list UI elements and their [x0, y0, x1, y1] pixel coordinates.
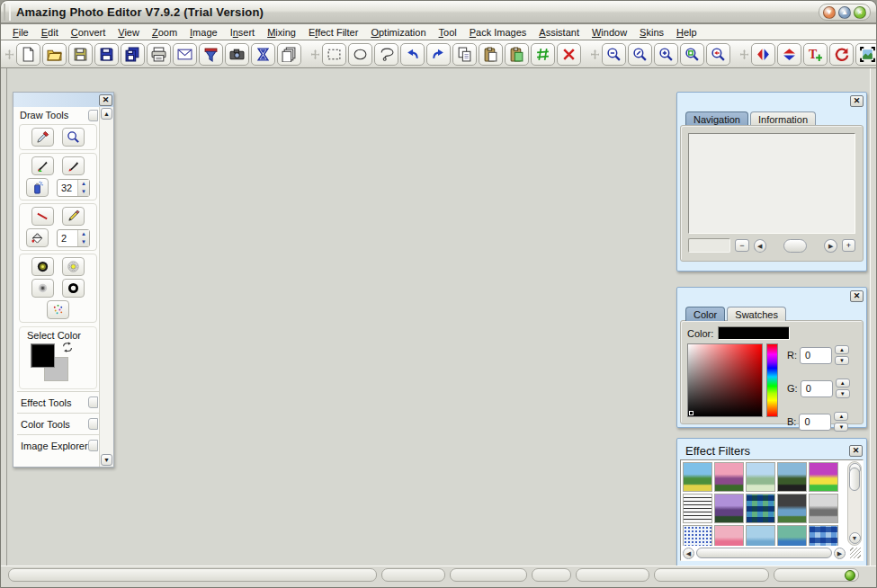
- zoom-out-button[interactable]: [602, 43, 626, 66]
- rotate-button[interactable]: [829, 43, 854, 66]
- pencil-tool-button[interactable]: [62, 207, 85, 226]
- delete-selection-button[interactable]: [557, 43, 581, 66]
- menu-insert[interactable]: Insert: [224, 26, 262, 39]
- copy-button[interactable]: [452, 43, 477, 66]
- zoom-slider-thumb[interactable]: [783, 239, 808, 253]
- filters-vertical-scrollbar[interactable]: ▲ ▼: [847, 461, 862, 546]
- spinner-value[interactable]: 32: [58, 183, 77, 193]
- glow-circle-tool-button[interactable]: [62, 257, 85, 276]
- scatter-tool-button[interactable]: [47, 300, 69, 319]
- canvas-workspace[interactable]: ✕ Draw Tools 32▲▼2▲▼ Select Color: [6, 68, 871, 566]
- zoom-actual-button[interactable]: [628, 43, 652, 66]
- scroll-down-icon[interactable]: ▼: [849, 532, 861, 544]
- batch-convert-button[interactable]: [251, 43, 275, 66]
- spin-up-icon[interactable]: ▲: [836, 379, 850, 388]
- zoom-in-button[interactable]: [654, 43, 678, 66]
- maximize-button[interactable]: ▲: [838, 6, 851, 19]
- new-document-button[interactable]: [16, 43, 40, 66]
- section-expand-button[interactable]: [88, 396, 98, 408]
- menu-assistant[interactable]: Assistant: [532, 26, 586, 39]
- swap-colors-icon[interactable]: [61, 342, 74, 354]
- close-icon[interactable]: ✕: [850, 95, 864, 107]
- pan-left-button[interactable]: ◀: [754, 239, 766, 253]
- scroll-down-icon[interactable]: ▼: [101, 454, 112, 466]
- filter-thumbnail[interactable]: [777, 494, 807, 523]
- spin-up-icon[interactable]: ▲: [78, 180, 89, 188]
- scroll-right-icon[interactable]: ▶: [834, 548, 846, 559]
- close-icon[interactable]: ✕: [99, 94, 112, 106]
- close-button[interactable]: ×: [854, 6, 866, 19]
- menu-optimization[interactable]: Optimization: [364, 26, 432, 39]
- spinner-value[interactable]: 2: [58, 233, 77, 244]
- channel-value-field[interactable]: 0: [801, 380, 833, 397]
- menu-view[interactable]: View: [112, 26, 146, 39]
- toolbar-drag-handle[interactable]: [590, 47, 599, 61]
- filter-thumbnail[interactable]: [714, 494, 744, 523]
- spin-up-icon[interactable]: ▲: [78, 230, 89, 238]
- spray-size-spinner[interactable]: 32▲▼: [57, 179, 90, 197]
- scroll-thumb[interactable]: [696, 548, 832, 558]
- duplicate-button[interactable]: [277, 43, 301, 66]
- save-as-button[interactable]: [94, 43, 119, 66]
- menu-file[interactable]: File: [6, 26, 35, 39]
- draw-tools-titlebar[interactable]: ✕: [13, 93, 113, 107]
- menu-effect-filter[interactable]: Effect Filter: [302, 26, 364, 39]
- menu-help[interactable]: Help: [670, 26, 703, 39]
- section-expand-button[interactable]: [88, 418, 98, 430]
- foreground-color-swatch[interactable]: [31, 343, 55, 368]
- line-width-spinner[interactable]: 2▲▼: [57, 229, 90, 247]
- crop-button[interactable]: [855, 43, 877, 66]
- line-tool-button[interactable]: [31, 207, 54, 226]
- spin-down-icon[interactable]: ▼: [836, 389, 850, 398]
- tab-navigation[interactable]: Navigation: [685, 111, 748, 126]
- menu-convert[interactable]: Convert: [65, 26, 112, 39]
- zoom-previous-button[interactable]: [706, 43, 730, 66]
- filter-thumbnail[interactable]: [777, 525, 807, 546]
- filter-thumbnail[interactable]: [683, 494, 712, 523]
- menu-window[interactable]: Window: [586, 26, 633, 39]
- filters-horizontal-scrollbar[interactable]: ◀ ▶: [682, 547, 846, 559]
- soft-brush-tool-button[interactable]: [31, 279, 54, 298]
- sidebar-section-effect-tools[interactable]: Effect Tools: [17, 391, 99, 413]
- close-icon[interactable]: ✕: [849, 445, 863, 457]
- undo-button[interactable]: [400, 43, 425, 66]
- send-mail-button[interactable]: [173, 43, 197, 66]
- redo-button[interactable]: [426, 43, 451, 66]
- menu-edit[interactable]: Edit: [35, 26, 65, 39]
- add-text-button[interactable]: T: [803, 43, 828, 66]
- spin-down-icon[interactable]: ▼: [78, 238, 89, 246]
- save-button[interactable]: [68, 43, 93, 66]
- section-expand-button[interactable]: [88, 440, 98, 451]
- resize-grip[interactable]: [850, 548, 861, 558]
- select-rectangle-button[interactable]: [322, 43, 346, 66]
- tab-information[interactable]: Information: [750, 111, 816, 126]
- draw-tools-scrollbar[interactable]: ▲ ▼: [99, 107, 113, 467]
- channel-value-field[interactable]: 0: [799, 414, 831, 431]
- zoom-plus-button[interactable]: +: [842, 239, 855, 252]
- filter-thumbnail[interactable]: [746, 525, 775, 546]
- filter-thumbnail[interactable]: [809, 462, 838, 492]
- spin-up-icon[interactable]: ▲: [834, 412, 848, 421]
- print-button[interactable]: [147, 43, 171, 66]
- menu-image[interactable]: Image: [183, 26, 224, 39]
- menu-pack-images[interactable]: Pack Images: [463, 26, 533, 39]
- toolbar-drag-handle[interactable]: [4, 47, 13, 61]
- navigation-preview[interactable]: [688, 133, 855, 234]
- sidebar-section-image-explorer[interactable]: Image Explorer: [17, 434, 99, 456]
- select-lasso-button[interactable]: [374, 43, 398, 66]
- tab-color[interactable]: Color: [685, 307, 725, 321]
- zoom-minus-button[interactable]: −: [735, 239, 748, 252]
- section-collapse-button[interactable]: [88, 110, 98, 121]
- capture-button[interactable]: [225, 43, 249, 66]
- paste-as-image-button[interactable]: [505, 43, 529, 66]
- filter-thumbnail[interactable]: [777, 462, 807, 492]
- spray-tool-button[interactable]: [26, 178, 49, 197]
- save-all-button[interactable]: [121, 43, 145, 66]
- pan-right-button[interactable]: ▶: [824, 239, 837, 253]
- eyedropper-tool-button[interactable]: [31, 128, 54, 147]
- menu-tool[interactable]: Tool: [433, 26, 463, 39]
- scroll-thumb[interactable]: [849, 468, 860, 491]
- flip-horizontal-button[interactable]: [751, 43, 775, 66]
- brush-tool-button[interactable]: [62, 156, 85, 175]
- spin-down-icon[interactable]: ▼: [835, 356, 849, 365]
